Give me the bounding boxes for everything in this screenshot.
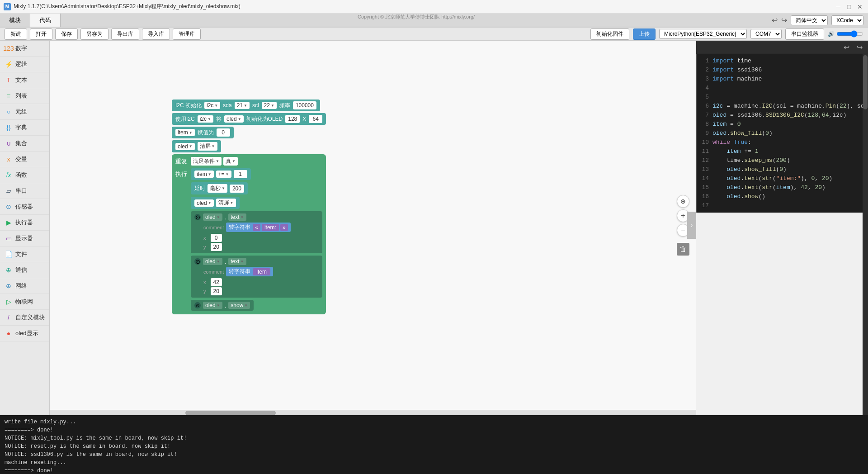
use-i2c-block[interactable]: 使用I2C i2c 将 oled 初始化为OLED 128 X 64	[172, 113, 326, 125]
freq-val-input[interactable]: 100000	[293, 101, 316, 109]
main-toolbar: 新建 打开 保存 另存为 导出库 导入库 管理库 初始化固件 上传 MicroP…	[0, 27, 868, 41]
item-var2-dropdown[interactable]: item	[194, 171, 214, 178]
op-dropdown[interactable]: +=	[216, 171, 231, 178]
canvas-scrollbar-x[interactable]	[50, 410, 696, 415]
text-method2-dropdown[interactable]: text	[228, 258, 246, 265]
sda-val-dropdown[interactable]: 21	[235, 102, 250, 109]
assign-val-input[interactable]: 0	[217, 128, 230, 137]
minimize-button[interactable]: ─	[834, 2, 843, 11]
close-button[interactable]: ✕	[855, 2, 864, 11]
oled-var-dropdown[interactable]: oled	[224, 115, 244, 123]
code-line-12: 12 time.sleep_ms(200)	[697, 156, 868, 165]
clear-action-dropdown[interactable]: 清屏	[198, 142, 217, 151]
sidebar-item-文本[interactable]: T 文本	[0, 72, 49, 88]
i2c-var-dropdown[interactable]: i2c	[204, 102, 220, 109]
save-as-button[interactable]: 另存为	[80, 28, 108, 40]
upload-button[interactable]: 上传	[633, 28, 656, 40]
convert1-block[interactable]: 转字符串 « item: »	[226, 223, 290, 232]
sidebar-item-数字[interactable]: 123 数字	[0, 41, 49, 57]
trash-button[interactable]: 🗑	[677, 243, 689, 256]
volume-slider[interactable]	[836, 30, 863, 38]
sidebar-item-逻辑[interactable]: ⚡ 逻辑	[0, 57, 49, 72]
while-loop-block[interactable]: 重复 满足条件 真 执行 item +=	[172, 154, 326, 314]
sidebar-item-元组[interactable]: ○ 元组	[0, 104, 49, 120]
item-pluseq-block[interactable]: item += 1	[191, 168, 322, 180]
convert2-block[interactable]: 转字符串 item	[226, 267, 273, 276]
oled-show-block[interactable]: ⊙ oled . show	[191, 300, 322, 311]
oled-var6-dropdown[interactable]: oled	[203, 302, 222, 309]
sidebar-item-自定义模块[interactable]: / 自定义模块	[0, 310, 49, 326]
import-lib-button[interactable]: 导入库	[142, 28, 170, 40]
text-method1-dropdown[interactable]: text	[228, 213, 246, 221]
oled-text2-block[interactable]: ⊙ oled . text comment 转字符串 item	[191, 256, 322, 298]
init-firmware-button[interactable]: 初始化固件	[590, 28, 629, 40]
x1-val[interactable]: 0	[211, 234, 222, 242]
true-dropdown[interactable]: 真	[223, 157, 238, 166]
变量-icon: x	[5, 155, 13, 163]
board-select[interactable]: MicroPython[ESP32_Generic]	[659, 29, 747, 39]
code-redo-button[interactable]: ↪	[855, 42, 864, 52]
oled-text1-block[interactable]: ⊙ oled . text comment 转字符串 «	[191, 211, 322, 253]
i2c-init-block[interactable]: I2C 初始化 i2c sda 21 scl 22 频率 100000	[172, 100, 326, 111]
tab-blocks[interactable]: 模块	[0, 14, 30, 27]
code-undo-button[interactable]: ↩	[842, 42, 851, 52]
serial-monitor-button[interactable]: 串口监视器	[785, 28, 824, 40]
oled-height-input[interactable]: 64	[309, 115, 322, 123]
sidebar-item-网络[interactable]: ⊕ 网络	[0, 278, 49, 294]
sidebar-item-oled显示[interactable]: ● oled显示	[0, 326, 49, 341]
sidebar-item-传感器[interactable]: ⊙ 传感器	[0, 199, 49, 215]
show-method-dropdown[interactable]: show	[228, 302, 250, 309]
sidebar-item-串口[interactable]: ▱ 串口	[0, 183, 49, 199]
language-selector[interactable]: 简体中文	[791, 15, 828, 25]
item-assign-block[interactable]: item 赋值为 0	[172, 127, 326, 138]
canvas-scroll-thumb[interactable]	[185, 411, 276, 415]
y1-val[interactable]: 20	[211, 243, 222, 251]
clear2-action-dropdown[interactable]: 清屏	[216, 199, 236, 207]
delay-block[interactable]: 延时 毫秒 200	[191, 182, 322, 194]
undo-button[interactable]: ↩	[772, 16, 778, 24]
sidebar-item-列表[interactable]: ≡ 列表	[0, 88, 49, 104]
sidebar-item-字典[interactable]: {} 字典	[0, 120, 49, 136]
x2-val[interactable]: 42	[211, 278, 222, 286]
oled-clear2-block[interactable]: oled 清屏	[191, 197, 322, 209]
sidebar-label-网络: 网络	[15, 282, 27, 290]
recenter-button[interactable]: ⊕	[677, 195, 689, 208]
oled-width-input[interactable]: 128	[285, 115, 300, 123]
redo-button[interactable]: ↪	[781, 16, 787, 24]
oled-clear1-block[interactable]: oled 清屏	[172, 140, 326, 152]
maximize-button[interactable]: □	[844, 2, 854, 11]
item-var-dropdown[interactable]: item	[175, 129, 195, 136]
toggle-panel-button[interactable]: ›	[687, 212, 696, 239]
new-button[interactable]: 新建	[5, 28, 27, 40]
oled-var3-dropdown[interactable]: oled	[194, 199, 214, 207]
oled-var5-dropdown[interactable]: oled	[203, 258, 222, 265]
save-button[interactable]: 保存	[55, 28, 78, 40]
sidebar-item-通信[interactable]: ⊕ 通信	[0, 262, 49, 278]
tab-code[interactable]: 代码	[30, 14, 61, 27]
pluseq-val-input[interactable]: 1	[234, 170, 247, 178]
port-select[interactable]: COM7	[750, 29, 782, 39]
line-num-7: 7	[697, 111, 712, 120]
editor-selector[interactable]: XCode	[831, 15, 863, 25]
export-lib-button[interactable]: 导出库	[111, 28, 139, 40]
sidebar-item-显示器[interactable]: ▭ 显示器	[0, 231, 49, 246]
code-scrollbar[interactable]	[863, 54, 868, 415]
y2-val[interactable]: 20	[211, 287, 222, 295]
通信-icon: ⊕	[5, 266, 13, 274]
sidebar-item-集合[interactable]: ∪ 集合	[0, 136, 49, 152]
oled-var2-dropdown[interactable]: oled	[175, 143, 195, 150]
open-button[interactable]: 打开	[30, 28, 52, 40]
delay-val-input[interactable]: 200	[230, 185, 244, 193]
i2c-var2-dropdown[interactable]: i2c	[198, 115, 213, 123]
sidebar-item-执行器[interactable]: ▶ 执行器	[0, 215, 49, 231]
sidebar-item-函数[interactable]: fx 函数	[0, 167, 49, 183]
oled-var4-dropdown[interactable]: oled	[203, 213, 222, 221]
time-unit-dropdown[interactable]: 毫秒	[208, 184, 227, 193]
condition-dropdown[interactable]: 满足条件	[191, 157, 222, 166]
sidebar-item-变量[interactable]: x 变量	[0, 152, 49, 167]
sidebar-item-物联网[interactable]: ▷ 物联网	[0, 294, 49, 310]
code-scrollbar-thumb[interactable]	[863, 55, 868, 109]
sidebar-item-文件[interactable]: 📄 文件	[0, 246, 49, 262]
manage-button[interactable]: 管理库	[173, 28, 201, 40]
scl-val-dropdown[interactable]: 22	[262, 102, 277, 109]
